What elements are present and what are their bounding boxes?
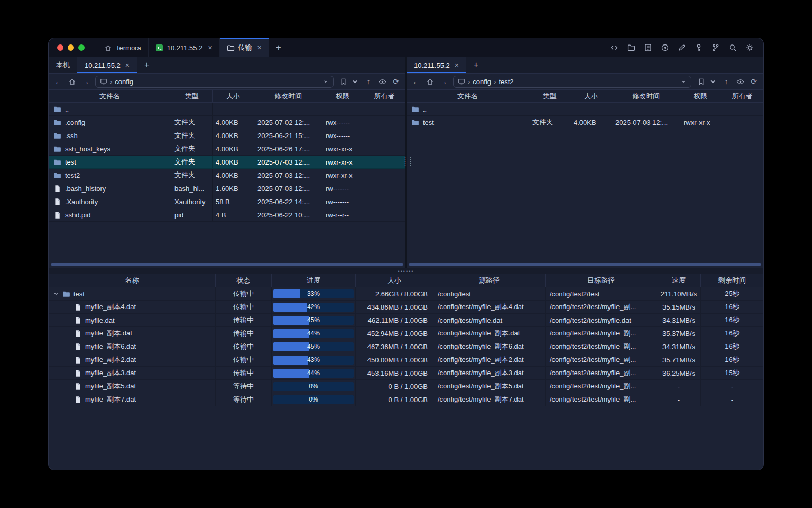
bookmark-dropdown-icon[interactable] (348, 75, 361, 88)
transfer-row[interactable]: test传输中33%2.66GB / 8.00GB/config/test/co… (49, 287, 763, 301)
column-header-source[interactable]: 源路径 (433, 274, 546, 287)
new-tab-button[interactable]: + (269, 38, 288, 57)
column-header-size[interactable]: 大小 (213, 90, 254, 102)
column-header-speed[interactable]: 速度 (657, 274, 701, 287)
close-tab-icon[interactable]: × (125, 61, 130, 69)
transfer-row[interactable]: myfile_副本5.dat等待中0%0 B / 1.00GB/config/t… (49, 380, 763, 393)
refresh-icon[interactable]: ⟳ (748, 75, 760, 88)
settings-icon[interactable] (743, 41, 756, 54)
column-header-filename[interactable]: 文件名 (407, 90, 529, 102)
column-header-type[interactable]: 类型 (529, 90, 570, 102)
back-icon[interactable]: ← (52, 75, 64, 88)
column-header-mtime[interactable]: 修改时间 (254, 90, 322, 102)
column-header-type[interactable]: 类型 (171, 90, 213, 102)
bookmark-icon[interactable] (337, 75, 349, 88)
column-header-filename[interactable]: 文件名 (49, 90, 171, 102)
transfer-name-cell: myfile_副本.dat (49, 327, 216, 340)
transfer-row[interactable]: myfile_副本7.dat等待中0%0 B / 1.00GB/config/t… (49, 393, 763, 406)
chevron-down-icon[interactable] (322, 78, 329, 85)
code-icon[interactable] (608, 41, 621, 54)
path-breadcrumb[interactable]: › config › test2 (453, 76, 691, 88)
transfer-row[interactable]: myfile_副本3.dat传输中44%453.16MB / 1.00GB/co… (49, 367, 763, 380)
breadcrumb-segment[interactable]: config (473, 78, 491, 86)
column-header-name[interactable]: 名称 (49, 274, 216, 287)
column-header-owner[interactable]: 所有者 (363, 90, 405, 102)
transfer-row[interactable]: myfile_副本.dat传输中44%452.94MB / 1.00GB/con… (49, 327, 763, 340)
transfer-size-cell: 453.16MB / 1.00GB (356, 367, 433, 379)
column-header-size[interactable]: 大小 (570, 90, 612, 102)
file-mtime-cell (612, 103, 680, 115)
refresh-icon[interactable]: ⟳ (390, 75, 402, 88)
file-row[interactable]: ssh_host_keys文件夹4.00KB2025-06-26 17:...r… (49, 142, 405, 156)
file-row[interactable]: test文件夹4.00KB2025-07-03 12:...rwxr-xr-x (49, 156, 405, 169)
horizontal-scrollbar[interactable] (51, 263, 403, 266)
new-pane-tab-button[interactable]: + (137, 57, 156, 73)
transfer-destination-cell: /config/test2/test/myfile_副... (546, 393, 657, 406)
transfer-row[interactable]: myfile_副本4.dat传输中42%434.86MB / 1.00GB/co… (49, 301, 763, 314)
column-header-mtime[interactable]: 修改时间 (612, 90, 680, 102)
column-header-status[interactable]: 状态 (216, 274, 272, 287)
tab-remote-host[interactable]: 10.211.55.2 × (77, 57, 137, 73)
column-header-destination[interactable]: 目标路径 (546, 274, 657, 287)
up-directory-icon[interactable]: ↑ (362, 75, 375, 88)
tab-local[interactable]: 本机 (49, 57, 77, 73)
eye-icon[interactable] (376, 75, 389, 88)
branch-icon[interactable] (709, 41, 722, 54)
up-directory-icon[interactable]: ↑ (720, 75, 733, 88)
file-row[interactable]: .bash_historybash_hi...1.60KB2025-07-03 … (49, 182, 405, 195)
eye-icon[interactable] (734, 75, 746, 88)
panes-splitter[interactable]: ⋮⋮⋮⋮ (405, 57, 407, 268)
tab-termora-home[interactable]: Termora (97, 38, 149, 57)
column-header-owner[interactable]: 所有者 (721, 90, 763, 102)
key-icon[interactable] (693, 41, 705, 54)
column-header-progress[interactable]: 进度 (272, 274, 356, 287)
home-icon[interactable] (423, 75, 436, 88)
bookmark-dropdown-icon[interactable] (706, 75, 719, 88)
file-row[interactable]: sshd.pidpid4 B2025-06-22 10:...rw-r--r-- (49, 208, 405, 222)
breadcrumb-segment[interactable]: test2 (499, 78, 513, 86)
column-header-remaining[interactable]: 剩余时间 (701, 274, 763, 287)
bookmark-icon[interactable] (695, 75, 707, 88)
transfers-splitter[interactable]: •••••• (49, 268, 763, 274)
minimize-window-button[interactable] (68, 44, 74, 51)
file-row[interactable]: .XauthorityXauthority58 B2025-06-22 14:.… (49, 195, 405, 208)
file-row[interactable]: .. (407, 103, 763, 116)
zoom-window-button[interactable] (78, 44, 85, 51)
file-size-cell: 4.00KB (213, 116, 254, 129)
transfer-row[interactable]: myfile.dat传输中45%462.11MB / 1.00GB/config… (49, 314, 763, 327)
close-tab-icon[interactable]: × (257, 44, 262, 51)
home-icon[interactable] (66, 75, 78, 88)
file-row[interactable]: test文件夹4.00KB2025-07-03 12:...rwxr-xr-x (407, 116, 763, 129)
forward-icon[interactable]: → (437, 75, 450, 88)
column-header-size[interactable]: 大小 (356, 274, 433, 287)
tab-host-session[interactable]: 10.211.55.2 × (149, 38, 220, 57)
tab-transfer[interactable]: 传输 × (220, 38, 269, 57)
tab-remote-host[interactable]: 10.211.55.2 × (407, 57, 466, 73)
log-icon[interactable] (642, 41, 654, 54)
transfer-row[interactable]: myfile_副本6.dat传输中45%467.36MB / 1.00GB/co… (49, 340, 763, 353)
close-tab-icon[interactable]: × (455, 61, 459, 69)
folder-icon[interactable] (625, 41, 638, 54)
close-window-button[interactable] (57, 44, 63, 51)
column-header-permissions[interactable]: 权限 (680, 90, 721, 102)
path-breadcrumb[interactable]: › config (95, 76, 334, 88)
file-row[interactable]: .. (49, 103, 405, 116)
new-pane-tab-button[interactable]: + (466, 57, 486, 73)
close-tab-icon[interactable]: × (208, 44, 212, 51)
chevron-down-icon[interactable] (680, 78, 687, 85)
back-icon[interactable]: ← (410, 75, 422, 88)
transfer-row[interactable]: myfile_副本2.dat传输中43%450.00MB / 1.00GB/co… (49, 353, 763, 367)
chevron-down-icon[interactable] (53, 291, 59, 297)
progress-bar: 0% (273, 382, 354, 391)
horizontal-scrollbar[interactable] (409, 263, 761, 266)
search-icon[interactable] (726, 41, 739, 54)
edit-icon[interactable] (676, 41, 688, 54)
forward-icon[interactable]: → (79, 75, 92, 88)
file-row[interactable]: .config文件夹4.00KB2025-07-02 12:...rwx----… (49, 116, 405, 129)
column-header-permissions[interactable]: 权限 (322, 90, 363, 102)
tab-label: 10.211.55.2 (85, 61, 121, 69)
file-row[interactable]: .ssh文件夹4.00KB2025-06-21 15:...rwx------ (49, 129, 405, 142)
file-row[interactable]: test2文件夹4.00KB2025-07-03 12:...rwxr-xr-x (49, 169, 405, 182)
breadcrumb-segment[interactable]: config (115, 78, 133, 86)
record-icon[interactable] (659, 41, 671, 54)
